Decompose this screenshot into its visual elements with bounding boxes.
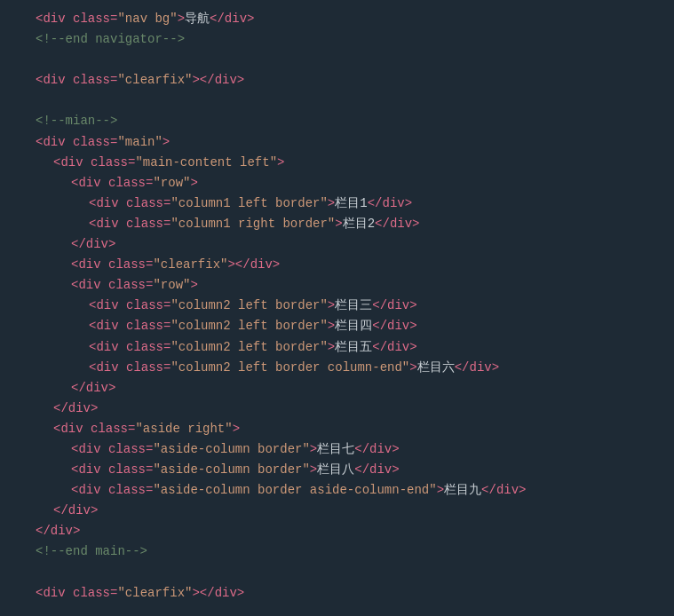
text-token: 栏目三 bbox=[335, 298, 372, 312]
attr-token: class= bbox=[66, 12, 118, 26]
string-token: "clearfix" bbox=[117, 73, 192, 87]
tag-token: </div> bbox=[354, 442, 399, 456]
code-line: </div> bbox=[0, 521, 674, 541]
tag-token: <div bbox=[89, 319, 119, 333]
text-token: 栏目六 bbox=[417, 360, 455, 375]
tag-token: </div> bbox=[71, 237, 115, 251]
tag-token: <div bbox=[36, 135, 66, 149]
tag-token: ></ bbox=[192, 73, 214, 87]
string-token: "column1 right border" bbox=[170, 217, 335, 231]
code-line: </div> bbox=[0, 501, 674, 521]
code-line: <!--end navigator--> bbox=[0, 29, 674, 50]
string-token: "aside-column border aside-column-end" bbox=[153, 483, 436, 497]
attr-token: class= bbox=[119, 217, 171, 231]
tag-token: > bbox=[328, 319, 335, 333]
code-line: </div> bbox=[0, 378, 674, 399]
tag-token: div> bbox=[215, 586, 245, 600]
attr-token: class= bbox=[66, 586, 118, 600]
attr-token: class= bbox=[66, 135, 118, 149]
code-line: <div class="column2 left border">栏目五</di… bbox=[0, 337, 674, 358]
tag-token: <div bbox=[71, 257, 101, 272]
tag-token: <div bbox=[71, 483, 101, 497]
code-line: <div class="main-content left"> bbox=[0, 153, 674, 173]
tag-token: </div> bbox=[481, 483, 526, 497]
string-token: "main" bbox=[117, 135, 162, 149]
code-line: <div class="nav bg">导航</div> bbox=[0, 9, 674, 29]
tag-token: </div> bbox=[71, 381, 115, 395]
tag-token: </div> bbox=[368, 196, 412, 210]
tag-token: </div> bbox=[372, 340, 416, 354]
string-token: "row" bbox=[153, 278, 190, 292]
code-container: <div class="nav bg">导航</div><!--end navi… bbox=[0, 9, 674, 616]
code-line bbox=[0, 91, 674, 111]
text-token: 栏目八 bbox=[317, 462, 354, 477]
tag-token: ></ bbox=[227, 257, 250, 272]
attr-token: class= bbox=[83, 422, 136, 436]
attr-token: class= bbox=[101, 176, 154, 190]
attr-token: class= bbox=[101, 442, 154, 456]
code-line: <div class="column1 right border">栏目2</d… bbox=[0, 214, 674, 234]
code-line bbox=[0, 563, 674, 583]
tag-token: </div> bbox=[372, 319, 416, 333]
tag-token: <div bbox=[36, 586, 66, 600]
tag-token: <div bbox=[53, 155, 83, 170]
text-token: 栏目九 bbox=[444, 483, 481, 497]
attr-token: class= bbox=[101, 483, 154, 497]
attr-token: class= bbox=[119, 319, 171, 333]
tag-token: > bbox=[233, 422, 240, 436]
code-line: <div class="aside-column border">栏目八</di… bbox=[0, 460, 674, 480]
code-line: <div class="row"> bbox=[0, 275, 674, 296]
comment-token: <!--end main--> bbox=[36, 544, 147, 558]
text-token: 栏目五 bbox=[335, 340, 372, 354]
code-line: <div class="column2 left border">栏目四</di… bbox=[0, 316, 674, 336]
attr-token: class= bbox=[101, 462, 154, 477]
tag-token: > bbox=[190, 278, 197, 292]
attr-token: class= bbox=[119, 360, 171, 375]
code-line: <div class="aside-column border aside-co… bbox=[0, 480, 674, 501]
tag-token: </div> bbox=[36, 524, 80, 538]
tag-token: > bbox=[328, 298, 335, 312]
string-token: "clearfix" bbox=[117, 586, 192, 600]
string-token: "row" bbox=[153, 176, 190, 190]
string-token: "column2 left border" bbox=[170, 298, 327, 312]
tag-token: </div> bbox=[455, 360, 499, 375]
tag-token: > bbox=[328, 196, 335, 210]
tag-token: <div bbox=[89, 360, 119, 375]
code-line: <div class="main"> bbox=[0, 132, 674, 153]
code-line bbox=[0, 604, 674, 616]
tag-token: <div bbox=[89, 217, 119, 231]
code-line: <!--end main--> bbox=[0, 541, 674, 562]
tag-token: > bbox=[190, 176, 197, 190]
code-line: <div class="column2 left border column-e… bbox=[0, 358, 674, 378]
text-token: 栏目四 bbox=[335, 319, 372, 333]
tag-token: <div bbox=[71, 462, 101, 477]
tag-token: <div bbox=[89, 196, 119, 210]
attr-token: class= bbox=[101, 257, 154, 272]
code-line: <div class="column1 left border">栏目1</di… bbox=[0, 193, 674, 214]
tag-token: </div> bbox=[53, 503, 98, 517]
tag-token: div> bbox=[250, 257, 281, 272]
code-line: <div class="aside right"> bbox=[0, 419, 674, 439]
string-token: "aside right" bbox=[135, 422, 232, 436]
string-token: "main-content left" bbox=[135, 155, 277, 170]
text-token: 栏目1 bbox=[335, 196, 367, 210]
tag-token: <div bbox=[89, 298, 119, 312]
tag-token: > bbox=[328, 340, 335, 354]
code-line: </div> bbox=[0, 399, 674, 419]
text-token: 导航 bbox=[185, 12, 210, 26]
tag-token: <div bbox=[36, 73, 66, 87]
string-token: "column2 left border column-end" bbox=[170, 360, 409, 375]
attr-token: class= bbox=[119, 196, 171, 210]
tag-token: </div> bbox=[372, 298, 416, 312]
tag-token: > bbox=[310, 462, 317, 477]
string-token: "column2 left border" bbox=[170, 340, 327, 354]
string-token: "aside-column border" bbox=[153, 462, 309, 477]
code-line bbox=[0, 50, 674, 70]
tag-token: <div bbox=[71, 442, 101, 456]
tag-token: </div> bbox=[210, 12, 254, 26]
tag-token: </div> bbox=[53, 401, 98, 415]
tag-token: <div bbox=[36, 12, 66, 26]
string-token: "column2 left border" bbox=[170, 319, 327, 333]
code-line: <!--mian--> bbox=[0, 111, 674, 131]
tag-token: ></ bbox=[192, 586, 214, 600]
